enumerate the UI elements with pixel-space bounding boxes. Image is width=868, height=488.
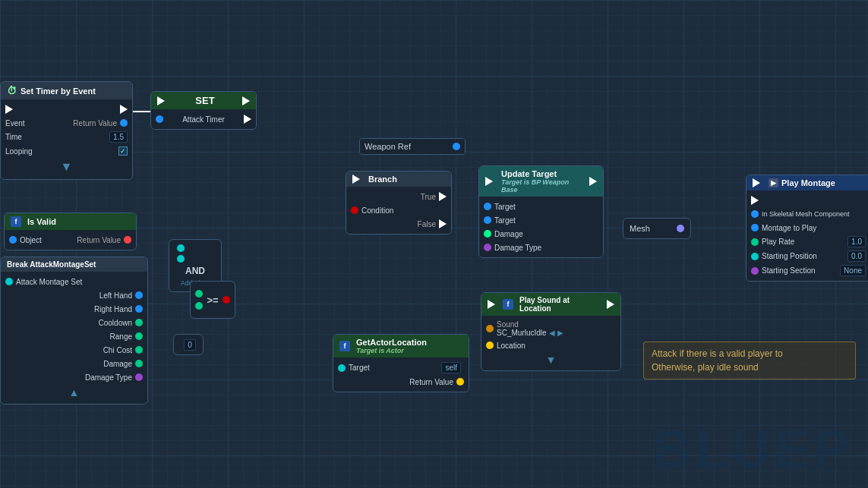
montage-body-exec[interactable] [751,196,759,205]
and-label: AND [185,266,205,276]
montage-exec-in[interactable] [753,178,760,187]
zero-value: 0 [184,339,196,351]
get-actor-body: Target self Return Value [333,357,469,392]
timer-icon: ⏱ [7,85,17,96]
update-target-body: Target Target Damage Damage Type [479,197,603,257]
starting-section-pin[interactable] [751,267,759,275]
looping-checkbox[interactable] [118,146,128,156]
target1-pin[interactable] [484,203,491,210]
geq-in2-pin[interactable] [195,302,203,310]
weapon-ref-body: Weapon Ref [360,139,465,154]
chi-cost-pin[interactable] [135,346,143,354]
collapse-arrow[interactable]: ▼ [61,160,73,174]
location-pin[interactable] [486,342,494,349]
play-montage-node: ▶ Play Montage In Skeletal Mesh Componen… [746,175,868,282]
weapon-ref-out-pin[interactable] [453,143,460,150]
montage-to-play-pin[interactable] [751,224,759,231]
target-row-2: Target [479,213,603,227]
sound-pin[interactable] [486,325,494,332]
zero-node: 0 [173,334,204,355]
and-inputs [177,244,213,263]
is-valid-header: f Is Valid [5,213,136,230]
skeletal-mesh-pin[interactable] [751,210,759,218]
branch-body: True Condition False [346,187,451,234]
sound-nav-right[interactable]: ▶ [557,329,563,337]
montage-body: In Skeletal Mesh Component Montage to Pl… [746,190,868,281]
false-pin[interactable] [439,219,447,228]
set-header: SET [151,92,256,109]
return-vector-pin[interactable] [456,378,464,386]
target2-pin[interactable] [484,216,491,224]
play-sound-exec-in[interactable] [488,300,495,309]
damage-pin[interactable] [484,230,491,238]
object-row: Object Return Value [5,233,136,247]
play-sound-body: Sound SC_MurlucIdle ◀ ▶ Location ▼ [481,316,620,370]
break-collapse-arrow[interactable]: ▲ [69,386,80,398]
chi-cost-row: Chi Cost [1,343,147,357]
starting-section-value: None [840,265,866,276]
sound-row: Sound SC_MurlucIdle ◀ ▶ [481,319,620,338]
right-hand-pin[interactable] [135,305,143,313]
update-target-node: Update Target Target is BP Weapon Base T… [478,165,604,258]
set-exec-in[interactable] [157,96,165,105]
montage-to-play-row: Montage to Play [746,221,868,235]
return-pin[interactable] [124,236,131,244]
object-pin[interactable] [9,236,17,244]
damage-type-out-pin[interactable] [135,373,143,381]
true-pin[interactable] [439,192,447,201]
get-actor-header: f GetActorLocation Target is Actor [333,335,469,357]
play-sound-header: f Play Sound at Location [481,293,620,316]
play-rate-pin[interactable] [751,238,759,246]
sound-nav-left[interactable]: ◀ [549,329,555,337]
skeletal-mesh-row: In Skeletal Mesh Component [746,207,868,221]
time-value[interactable]: 1.5 [109,131,128,143]
condition-pin[interactable] [351,206,358,214]
cooldown-pin[interactable] [135,319,143,326]
event-row: Event Return Value [1,116,132,130]
target-row-1: Target [479,200,603,213]
geq-inputs [195,290,203,310]
attack-timer-row: Attack Timer [151,112,256,126]
attack-montage-set-row: Attack Montage Set [1,275,147,288]
damage-type-pin[interactable] [484,244,491,251]
return-value-pin[interactable] [120,119,128,127]
condition-row: Condition [346,203,451,217]
mesh-out-pin[interactable] [677,225,684,232]
get-actor-location-node: f GetActorLocation Target is Actor Targe… [333,334,469,392]
attack-timer-out-pin[interactable] [244,115,251,124]
update-exec-in[interactable] [485,177,493,186]
damage-out-pin[interactable] [135,360,143,367]
montage-exec-row [746,194,868,207]
damage-row: Damage [479,227,603,241]
update-target-header: Update Target Target is BP Weapon Base [479,166,603,197]
geq-out-pin[interactable] [223,296,230,304]
geq-node: >= [190,281,235,319]
gal-target-pin[interactable] [338,364,346,372]
is-valid-body: Object Return Value [5,230,136,250]
cooldown-row: Cooldown [1,316,147,329]
play-rate-value: 1.0 [847,236,866,247]
break-attack-montage-node: Break AttackMontageSet Attack Montage Se… [0,257,148,405]
range-pin[interactable] [135,332,143,340]
sound-expand-arrow[interactable]: ▼ [546,354,557,366]
geq-in1-pin[interactable] [195,290,203,298]
left-hand-pin[interactable] [135,291,143,299]
false-row: False [346,217,451,231]
starting-pos-pin[interactable] [751,253,759,260]
mesh-node: Mesh [623,218,691,239]
branch-header: Branch [346,172,451,187]
branch-exec-in[interactable] [352,175,360,184]
and-in1-pin[interactable] [177,244,185,252]
ams-in-pin[interactable] [5,278,13,285]
set-exec-out[interactable] [242,96,250,105]
target-self-value: self [441,362,461,373]
func-icon2: f [339,341,350,351]
play-montage-header: ▶ Play Montage [746,175,868,190]
update-exec-out[interactable] [589,177,597,186]
and-in2-pin[interactable] [177,255,185,263]
play-sound-exec-out[interactable] [607,300,614,309]
attack-timer-in-pin[interactable] [156,115,163,123]
exec-out-pin[interactable] [120,105,128,114]
left-hand-row: Left Hand [1,288,147,302]
exec-in-pin[interactable] [5,105,13,114]
